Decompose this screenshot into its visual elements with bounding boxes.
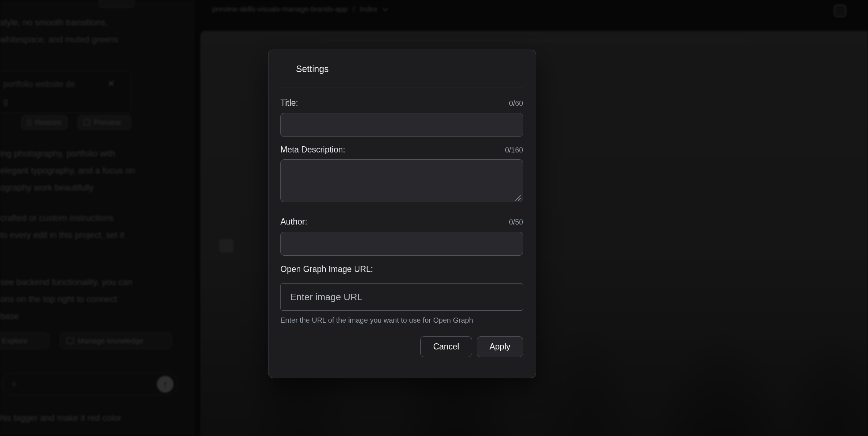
meta-description-textarea[interactable]: [280, 159, 523, 202]
app-window: style, no smooth transitions, whitespace…: [0, 0, 868, 436]
author-char-counter: 0/50: [509, 218, 523, 226]
author-field-label: Author:: [280, 217, 307, 227]
og-image-url-label: Open Graph Image URL:: [280, 264, 373, 274]
apply-button[interactable]: Apply: [477, 336, 523, 357]
author-input[interactable]: [280, 232, 523, 256]
title-field-label: Title:: [280, 98, 298, 108]
title-input[interactable]: [280, 113, 523, 137]
dialog-title: Settings: [268, 50, 536, 74]
og-image-url-input[interactable]: [280, 283, 523, 311]
og-image-url-helper: Enter the URL of the image you want to u…: [280, 315, 523, 325]
settings-dialog: Settings Title: 0/60 Meta Description: 0…: [268, 50, 536, 378]
meta-description-char-counter: 0/160: [505, 146, 523, 154]
meta-description-label: Meta Description:: [280, 145, 345, 155]
cancel-button[interactable]: Cancel: [420, 336, 472, 357]
title-char-counter: 0/60: [509, 99, 523, 108]
